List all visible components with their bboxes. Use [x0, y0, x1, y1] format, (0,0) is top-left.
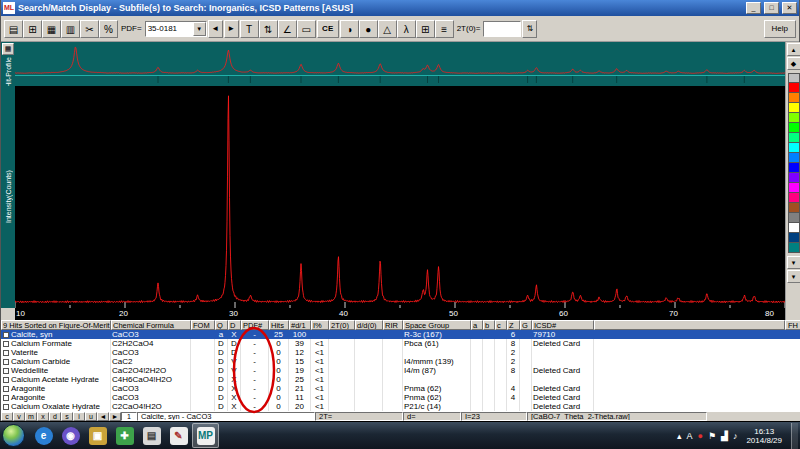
filled-circle-icon[interactable]: ●: [359, 20, 378, 38]
palette-color-swatch[interactable]: [788, 133, 800, 143]
palette-color-swatch[interactable]: [788, 113, 800, 123]
palette-color-swatch[interactable]: [788, 153, 800, 163]
ime-icon[interactable]: A: [686, 431, 692, 441]
label-peaks-icon[interactable]: T: [240, 20, 259, 38]
palette-color-swatch[interactable]: [788, 173, 800, 183]
browser-icon[interactable]: e: [30, 423, 57, 448]
two-theta-input[interactable]: [483, 21, 521, 37]
table-row[interactable]: AragoniteCaCO3DX-011<1Pnma (62)4Deleted …: [1, 393, 800, 402]
minimize-button[interactable]: _: [746, 2, 761, 14]
grid-icon[interactable]: ⊞: [416, 20, 435, 38]
palette-color-swatch[interactable]: [788, 193, 800, 203]
scroll-down2-button[interactable]: ▾: [787, 270, 800, 283]
hidden-icons-chevron[interactable]: ▴: [677, 431, 682, 441]
table-row[interactable]: Calcite, synCaCO3aX-25100R-3c (167)67971…: [1, 330, 800, 339]
row-checkbox[interactable]: [3, 350, 9, 356]
pdf-dropdown-arrow-icon[interactable]: ▼: [193, 22, 206, 36]
row-checkbox[interactable]: [3, 341, 9, 347]
titlebar[interactable]: ML Search/Match Display - Subfile(s) to …: [1, 0, 799, 16]
volume-icon[interactable]: ♪: [733, 431, 738, 441]
palette-color-swatch[interactable]: [788, 83, 800, 93]
report-icon[interactable]: ▦: [42, 20, 61, 38]
filter-toggle-m[interactable]: m: [25, 412, 37, 421]
taskbar-clock[interactable]: 16:13 2014/8/29: [746, 427, 782, 445]
hit-profile-chart[interactable]: [15, 42, 785, 86]
green-app-icon[interactable]: ✚: [111, 423, 138, 448]
ce-button[interactable]: CE: [317, 20, 339, 38]
intensity-chart[interactable]: [15, 86, 785, 308]
filter-toggle-s[interactable]: s: [61, 412, 73, 421]
table-row[interactable]: Calcium Acetate HydrateC4H6CaO4!H2ODX-02…: [1, 375, 800, 384]
close-button[interactable]: ✕: [782, 2, 797, 14]
column-header-q[interactable]: Q: [215, 320, 228, 330]
row-checkbox[interactable]: [3, 386, 9, 392]
notification-badge-icon[interactable]: ●: [697, 431, 702, 441]
table-row[interactable]: WeddelliteCaC2O4!2H2ODV-019<1I4/m (87)8D…: [1, 366, 800, 375]
pattern-button[interactable]: ◆: [787, 57, 800, 70]
column-header-z[interactable]: Z: [507, 320, 520, 330]
column-header-dd[interactable]: d/d(0): [355, 320, 383, 330]
palette-color-swatch[interactable]: [788, 183, 800, 193]
profile-options-button[interactable]: ▦: [2, 43, 14, 55]
palette-color-swatch[interactable]: [788, 123, 800, 133]
status-scroll-arrow-1[interactable]: ►: [109, 412, 121, 421]
paint-app-icon[interactable]: ✎: [165, 423, 192, 448]
column-header-hits[interactable]: Hits: [269, 320, 289, 330]
palette-color-swatch[interactable]: [788, 143, 800, 153]
network-icon[interactable]: ▟: [721, 431, 728, 441]
palette-color-swatch[interactable]: [788, 213, 800, 223]
column-header-icsd[interactable]: ICSD#: [532, 320, 594, 330]
table-row[interactable]: Calcium FormateC2H2CaO4DD-039<1Pbca (61)…: [1, 339, 800, 348]
filter-toggle-c[interactable]: c: [1, 412, 13, 421]
column-header-d[interactable]: D: [228, 320, 241, 330]
table-row[interactable]: AragoniteCaCO3DX-021<1Pnma (62)4Deleted …: [1, 384, 800, 393]
column-header-corner[interactable]: FH: [785, 320, 800, 330]
status-scroll-arrow-0[interactable]: ◄: [97, 412, 109, 421]
column-header-pdf[interactable]: PDF#: [241, 320, 269, 330]
jade-app-icon[interactable]: MP: [192, 423, 219, 448]
two-theta-spinner[interactable]: ⇅: [522, 20, 537, 38]
palette-color-swatch[interactable]: [788, 73, 800, 83]
angle-icon[interactable]: ∠: [278, 20, 297, 38]
palette-color-swatch[interactable]: [788, 203, 800, 213]
action-center-flag-icon[interactable]: ⚑: [708, 431, 716, 441]
contrast-icon[interactable]: ◑: [340, 20, 359, 38]
column-header-b[interactable]: b: [483, 320, 495, 330]
column-header-rir[interactable]: RIR: [383, 320, 403, 330]
table-row[interactable]: VateriteCaCO3DD-012<12: [1, 348, 800, 357]
filter-toggle-d[interactable]: d: [49, 412, 61, 421]
range-icon[interactable]: ▭: [297, 20, 316, 38]
palette-color-swatch[interactable]: [788, 223, 800, 233]
column-header-t2[interactable]: 2T(0): [329, 320, 355, 330]
column-header-formula[interactable]: Chemical Formula: [111, 320, 191, 330]
scroll-down-button[interactable]: ▾: [787, 256, 800, 269]
column-header-nd[interactable]: #d/1: [289, 320, 311, 330]
sm-percent-icon[interactable]: %: [99, 20, 118, 38]
column-header-ipct[interactable]: I%: [311, 320, 329, 330]
cut-icon[interactable]: ✂: [80, 20, 99, 38]
palette-color-swatch[interactable]: [788, 103, 800, 113]
file-explorer-icon[interactable]: ▣: [84, 423, 111, 448]
save-icon[interactable]: ▥: [61, 20, 80, 38]
overlay-view-icon[interactable]: ▤: [4, 20, 23, 38]
list-icon[interactable]: ≡: [435, 20, 454, 38]
palette-color-swatch[interactable]: [788, 233, 800, 243]
column-header-name[interactable]: 9 Hits Sorted on Figure-Of-Merit: [1, 320, 111, 330]
palette-color-swatch[interactable]: [788, 243, 800, 253]
tile-windows-icon[interactable]: ⊞: [23, 20, 42, 38]
maximize-button[interactable]: □: [764, 2, 779, 14]
row-checkbox[interactable]: [3, 368, 9, 374]
row-checkbox[interactable]: [3, 377, 9, 383]
row-checkbox[interactable]: [3, 332, 9, 338]
lambda-icon[interactable]: λ: [397, 20, 416, 38]
media-player-icon[interactable]: ◉: [57, 423, 84, 448]
start-button[interactable]: [2, 424, 25, 447]
delta-icon[interactable]: △: [378, 20, 397, 38]
palette-color-swatch[interactable]: [788, 163, 800, 173]
column-header-a[interactable]: a: [471, 320, 483, 330]
table-row[interactable]: Calcium CarbideCaC2DV-015<1I4/mmm (139)2: [1, 357, 800, 366]
scale-toggle-icon[interactable]: ⇅: [259, 20, 278, 38]
help-button[interactable]: Help: [764, 20, 796, 38]
next-pdf-button[interactable]: ►: [224, 20, 239, 38]
column-header-fom[interactable]: FOM: [191, 320, 215, 330]
